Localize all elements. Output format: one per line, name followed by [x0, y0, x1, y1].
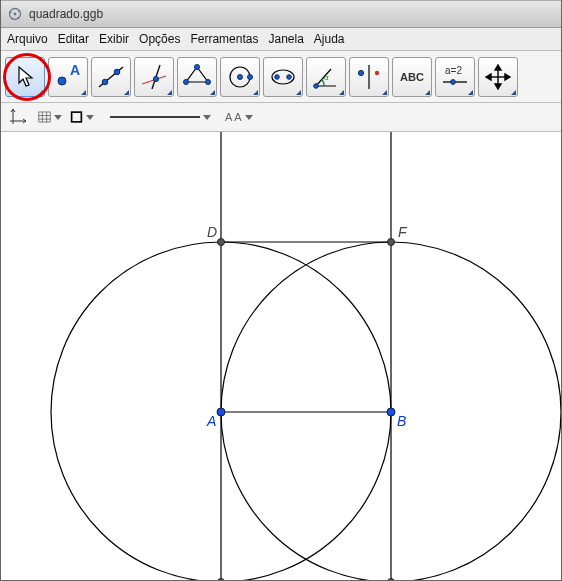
- point-F[interactable]: [388, 239, 395, 246]
- point-style-icon[interactable]: [70, 106, 94, 128]
- window-title: quadrado.ggb: [29, 7, 103, 21]
- chevron-down-icon: [86, 115, 94, 120]
- svg-marker-33: [495, 65, 501, 70]
- tool-conic[interactable]: [263, 57, 303, 97]
- toggle-grid-icon[interactable]: [38, 106, 62, 128]
- font-size-label: A A: [225, 111, 242, 123]
- svg-marker-34: [495, 84, 501, 89]
- menu-view[interactable]: Exibir: [99, 32, 129, 46]
- svg-point-17: [184, 79, 189, 84]
- svg-point-25: [314, 83, 319, 88]
- tool-angle[interactable]: α: [306, 57, 346, 97]
- menu-tools[interactable]: Ferramentas: [190, 32, 258, 46]
- svg-point-23: [287, 74, 292, 79]
- label-E: E: [398, 577, 408, 581]
- svg-text:A: A: [70, 63, 80, 78]
- svg-point-44: [218, 239, 225, 246]
- app-icon: [7, 6, 23, 22]
- toggle-axes-icon[interactable]: [6, 106, 30, 128]
- svg-point-6: [58, 77, 66, 85]
- svg-marker-36: [505, 74, 510, 80]
- point-A[interactable]: [217, 408, 225, 416]
- svg-point-1: [14, 13, 17, 16]
- label-F: F: [398, 224, 408, 240]
- point-B[interactable]: [387, 408, 395, 416]
- svg-point-10: [114, 69, 120, 75]
- svg-point-41: [217, 408, 225, 416]
- menubar: Arquivo Editar Exibir Opções Ferramentas…: [1, 28, 561, 51]
- text-icon-label: ABC: [400, 71, 424, 83]
- svg-point-28: [375, 70, 379, 74]
- svg-point-22: [275, 74, 280, 79]
- svg-point-16: [206, 79, 211, 84]
- tool-translate-view[interactable]: [478, 57, 518, 97]
- tool-polygon[interactable]: [177, 57, 217, 97]
- menu-options[interactable]: Opções: [139, 32, 180, 46]
- titlebar: quadrado.ggb: [1, 0, 561, 28]
- menu-file[interactable]: Arquivo: [7, 32, 48, 46]
- svg-point-46: [388, 239, 395, 246]
- line-style-dropdown[interactable]: [110, 113, 211, 121]
- tool-reflect[interactable]: [349, 57, 389, 97]
- menu-window[interactable]: Janela: [268, 32, 303, 46]
- tool-line[interactable]: [91, 57, 131, 97]
- tool-text[interactable]: ABC: [392, 57, 432, 97]
- tool-perpendicular[interactable]: [134, 57, 174, 97]
- tool-move[interactable]: [5, 57, 45, 97]
- chevron-down-icon: [245, 115, 253, 120]
- menu-edit[interactable]: Editar: [58, 32, 89, 46]
- toolbar: A α ABC a=2: [1, 51, 561, 103]
- label-B: B: [397, 413, 406, 429]
- menu-help[interactable]: Ajuda: [314, 32, 345, 46]
- font-size-dropdown[interactable]: A A: [219, 111, 253, 123]
- svg-point-4: [17, 17, 19, 19]
- svg-point-9: [102, 79, 108, 85]
- svg-point-42: [387, 408, 395, 416]
- label-D: D: [207, 224, 217, 240]
- svg-point-13: [153, 76, 158, 81]
- svg-point-30: [451, 79, 456, 84]
- tool-point[interactable]: A: [48, 57, 88, 97]
- svg-point-15: [195, 64, 200, 69]
- svg-rect-39: [72, 112, 82, 122]
- stylebar: A A: [1, 103, 561, 132]
- tool-circle[interactable]: [220, 57, 260, 97]
- svg-marker-35: [486, 74, 491, 80]
- slider-icon-label: a=2: [445, 65, 462, 76]
- label-A: A: [206, 413, 216, 429]
- svg-point-3: [18, 10, 20, 12]
- point-D[interactable]: [218, 239, 225, 246]
- chevron-down-icon: [203, 115, 211, 120]
- tool-slider[interactable]: a=2: [435, 57, 475, 97]
- svg-point-2: [9, 11, 11, 13]
- geometry-canvas[interactable]: A B C D E F: [1, 132, 561, 581]
- label-C: C: [207, 577, 218, 581]
- svg-point-20: [248, 74, 253, 79]
- svg-text:α: α: [324, 73, 329, 82]
- chevron-down-icon: [54, 115, 62, 120]
- svg-point-19: [238, 74, 243, 79]
- svg-point-27: [358, 70, 363, 75]
- svg-point-5: [11, 17, 13, 19]
